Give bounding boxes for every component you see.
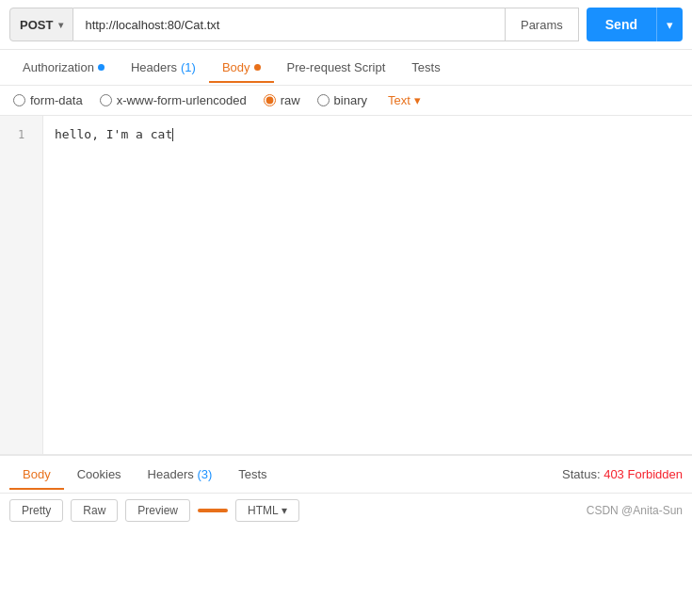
method-select[interactable]: POST ▾	[9, 8, 73, 41]
status-label: Status:	[562, 467, 600, 481]
text-type-chevron-icon: ▾	[414, 93, 421, 107]
tab-tests-label: Tests	[411, 60, 440, 74]
response-section: Body Cookies Headers (3) Tests Status: 4…	[0, 455, 692, 527]
send-button-group: Send ▾	[587, 8, 683, 41]
status-value: 403 Forbidden	[603, 467, 683, 481]
radio-urlencoded-label: x-www-form-urlencoded	[117, 93, 247, 107]
body-dot-icon	[254, 64, 261, 71]
headers-badge: (1)	[181, 60, 196, 74]
radio-binary-label: binary	[334, 93, 367, 107]
radio-binary[interactable]: binary	[317, 93, 367, 107]
pretty-button[interactable]: Pretty	[9, 499, 63, 522]
editor-area: 1 hello, I'm a cat	[0, 116, 692, 455]
radio-form-data-input[interactable]	[13, 94, 25, 106]
response-tab-headers-label: Headers	[148, 467, 194, 481]
radio-urlencoded[interactable]: x-www-form-urlencoded	[100, 93, 247, 107]
send-chevron-icon: ▾	[667, 18, 673, 32]
code-editor[interactable]: hello, I'm a cat	[43, 116, 692, 454]
response-tabs: Body Cookies Headers (3) Tests Status: 4…	[0, 456, 692, 494]
tab-body-label: Body	[222, 60, 250, 74]
tab-pre-request-label: Pre-request Script	[287, 60, 386, 74]
response-tab-body[interactable]: Body	[9, 460, 64, 489]
toolbar: POST ▾ Params Send ▾	[0, 0, 692, 50]
tab-tests[interactable]: Tests	[398, 53, 453, 82]
html-dropdown-button[interactable]: HTML ▾	[235, 499, 299, 522]
radio-raw[interactable]: raw	[264, 93, 300, 107]
response-tab-tests-label: Tests	[238, 467, 266, 481]
radio-form-data-label: form-data	[30, 93, 83, 107]
response-tab-tests[interactable]: Tests	[225, 460, 280, 489]
tab-authorization[interactable]: Authorization	[9, 53, 118, 82]
editor-cursor-icon	[172, 128, 173, 141]
tab-authorization-label: Authorization	[23, 60, 94, 74]
radio-binary-input[interactable]	[317, 94, 330, 106]
preview-button[interactable]: Preview	[125, 499, 190, 522]
send-button[interactable]: Send	[587, 8, 656, 41]
send-dropdown-button[interactable]: ▾	[656, 8, 683, 41]
tab-headers[interactable]: Headers (1)	[118, 53, 209, 82]
method-chevron-icon: ▾	[58, 20, 63, 30]
params-button[interactable]: Params	[506, 8, 579, 41]
radio-raw-label: raw	[281, 93, 300, 107]
response-tab-cookies-label: Cookies	[77, 467, 121, 481]
response-bottom-bar: Pretty Raw Preview HTML ▾ CSDN @Anita-Su…	[0, 494, 692, 527]
status-area: Status: 403 Forbidden	[562, 467, 683, 481]
method-label: POST	[20, 18, 53, 32]
text-type-dropdown[interactable]: Text ▾	[388, 93, 421, 107]
raw-button[interactable]: Raw	[71, 499, 118, 522]
radio-form-data[interactable]: form-data	[13, 93, 83, 107]
request-tabs: Authorization Headers (1) Body Pre-reque…	[0, 50, 692, 86]
tab-body[interactable]: Body	[209, 53, 274, 82]
response-tab-headers[interactable]: Headers (3)	[135, 460, 226, 489]
url-input[interactable]	[73, 8, 506, 41]
watermark-text: CSDN @Anita-Sun	[587, 504, 683, 517]
text-type-label: Text	[388, 93, 410, 107]
radio-raw-input[interactable]	[264, 94, 276, 106]
line-number-1: 1	[0, 125, 42, 144]
authorization-dot-icon	[98, 64, 105, 71]
radio-urlencoded-input[interactable]	[100, 94, 112, 106]
tab-headers-label: Headers	[131, 60, 177, 74]
body-options: form-data x-www-form-urlencoded raw bina…	[0, 86, 692, 116]
line-numbers: 1	[0, 116, 43, 454]
response-tab-cookies[interactable]: Cookies	[64, 460, 135, 489]
response-headers-badge: (3)	[197, 467, 212, 481]
orange-bar-icon	[198, 509, 228, 512]
tab-pre-request[interactable]: Pre-request Script	[274, 53, 399, 82]
response-tab-body-label: Body	[23, 467, 51, 481]
editor-content: hello, I'm a cat	[55, 127, 172, 141]
